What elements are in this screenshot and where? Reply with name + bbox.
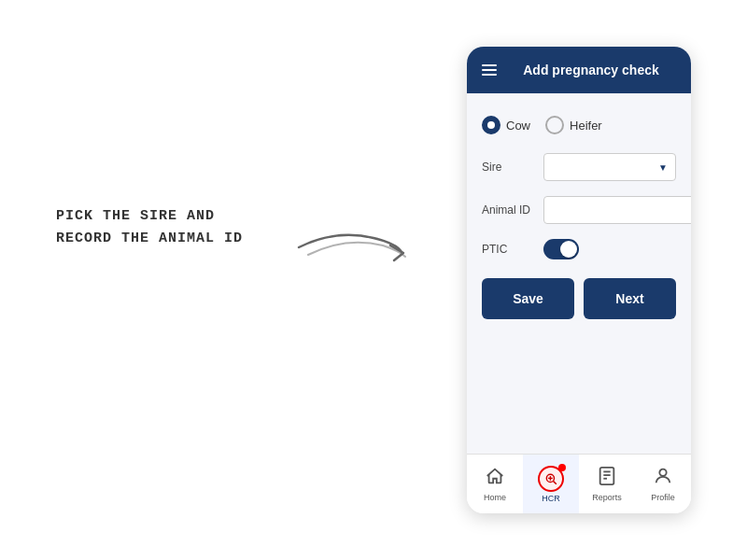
hamburger-icon[interactable] <box>482 64 497 76</box>
animal-id-field: Animal ID <box>482 196 676 224</box>
annotation-line2: record the animal id <box>56 228 243 250</box>
annotation-arrow <box>289 219 411 275</box>
ptic-label: PTIC <box>482 243 534 256</box>
svg-line-1 <box>554 481 557 483</box>
page-title: Add pregnancy check <box>506 63 676 77</box>
action-buttons: Save Next <box>482 278 676 319</box>
sire-dropdown[interactable]: ▼ <box>543 153 676 181</box>
app-header: Add pregnancy check <box>467 47 691 93</box>
profile-icon <box>653 466 673 491</box>
nav-label-reports: Reports <box>592 493 622 502</box>
toggle-knob <box>560 241 577 258</box>
save-button[interactable]: Save <box>482 278 574 319</box>
heifer-label: Heifer <box>570 119 602 133</box>
ptic-field: PTIC <box>482 239 676 259</box>
cow-radio-label[interactable]: Cow <box>482 116 530 134</box>
cow-label: Cow <box>506 119 530 133</box>
ptic-toggle-container <box>543 239 579 259</box>
home-icon <box>485 466 505 491</box>
svg-point-8 <box>659 469 666 476</box>
animal-id-label: Animal ID <box>482 203 534 217</box>
hcr-badge <box>558 464 566 471</box>
nav-item-reports[interactable]: Reports <box>579 455 635 513</box>
nav-label-profile: Profile <box>651 493 675 502</box>
hcr-icon-wrapper <box>538 466 564 492</box>
reports-icon <box>597 466 617 491</box>
heifer-radio[interactable] <box>545 116 564 134</box>
animal-type-row: Cow Heifer <box>482 112 676 138</box>
ptic-toggle[interactable] <box>543 239 579 259</box>
annotation-block: Pick the sire and record the animal id <box>56 205 243 250</box>
form-content: Cow Heifer Sire ▼ Animal ID PTIC <box>467 93 691 454</box>
phone-frame: Add pregnancy check Cow Heifer Sire ▼ An… <box>467 47 691 513</box>
nav-item-home[interactable]: Home <box>467 455 523 513</box>
bottom-navigation: Home HCR <box>467 454 691 513</box>
animal-id-input[interactable] <box>543 196 691 224</box>
nav-item-profile[interactable]: Profile <box>635 455 691 513</box>
sire-field: Sire ▼ <box>482 153 676 181</box>
cow-radio[interactable] <box>482 116 500 134</box>
nav-item-hcr[interactable]: HCR <box>523 455 579 513</box>
next-button[interactable]: Next <box>584 278 676 319</box>
chevron-down-icon: ▼ <box>658 162 668 173</box>
annotation-line1: Pick the sire and <box>56 205 243 228</box>
sire-label: Sire <box>482 161 534 174</box>
nav-label-hcr: HCR <box>542 494 560 503</box>
nav-label-home: Home <box>484 493 506 502</box>
heifer-radio-label[interactable]: Heifer <box>545 116 602 134</box>
